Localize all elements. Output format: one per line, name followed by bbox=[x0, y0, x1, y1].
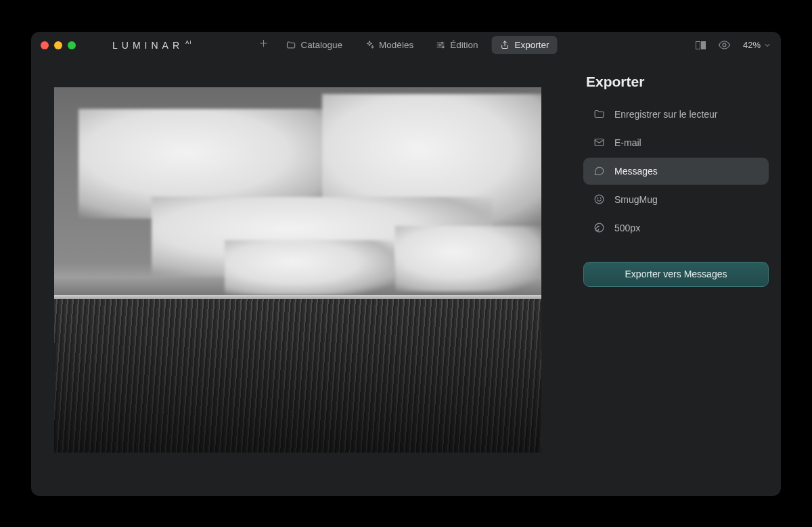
zoom-value: 42% bbox=[743, 40, 761, 50]
folder-icon bbox=[593, 108, 605, 120]
compare-view-button[interactable] bbox=[696, 41, 706, 49]
share-icon bbox=[499, 40, 510, 50]
app-title: LUMINAR AI bbox=[112, 40, 192, 51]
export-option-disk[interactable]: Enregistrer sur le lecteur bbox=[583, 101, 769, 128]
export-option-label: E-mail bbox=[614, 137, 641, 148]
main-area: Exporter Enregistrer sur le lecteur E-ma… bbox=[31, 59, 781, 496]
zoom-dropdown[interactable]: 42% bbox=[743, 40, 771, 50]
export-option-label: 500px bbox=[614, 223, 640, 233]
export-option-label: SmugMug bbox=[614, 194, 658, 205]
add-button[interactable] bbox=[255, 38, 273, 52]
messages-icon bbox=[593, 165, 605, 177]
close-window-button[interactable] bbox=[41, 41, 49, 49]
nav-models[interactable]: Modèles bbox=[356, 36, 422, 54]
nav-models-label: Modèles bbox=[379, 40, 413, 50]
export-option-label: Messages bbox=[614, 166, 658, 177]
nav-export-label: Exporter bbox=[514, 40, 549, 50]
svg-rect-4 bbox=[595, 139, 604, 146]
plus-icon bbox=[258, 38, 269, 49]
svg-point-7 bbox=[600, 198, 601, 198]
svg-point-0 bbox=[441, 42, 443, 44]
nav-edition[interactable]: Édition bbox=[427, 36, 486, 54]
export-option-500px[interactable]: 500px bbox=[583, 214, 769, 242]
nav-edition-label: Édition bbox=[450, 40, 478, 50]
folder-icon bbox=[286, 40, 296, 50]
top-nav: Catalogue Modèles Édition Exporter bbox=[255, 36, 558, 54]
minimize-window-button[interactable] bbox=[54, 41, 62, 49]
export-option-messages[interactable]: Messages bbox=[583, 158, 769, 185]
canvas-area bbox=[31, 59, 571, 496]
export-option-smugmug[interactable]: SmugMug bbox=[583, 186, 769, 213]
nav-export[interactable]: Exporter bbox=[491, 36, 557, 54]
export-option-label: Enregistrer sur le lecteur bbox=[614, 109, 718, 120]
window-controls bbox=[41, 41, 76, 49]
image-preview[interactable] bbox=[54, 87, 541, 453]
mail-icon bbox=[593, 137, 605, 149]
export-action-label: Exporter vers Messages bbox=[625, 269, 727, 279]
svg-point-5 bbox=[595, 195, 604, 204]
svg-point-1 bbox=[438, 44, 441, 46]
app-badge: AI bbox=[185, 39, 192, 45]
app-window: LUMINAR AI Catalogue Modèles Édition Exp… bbox=[31, 32, 781, 496]
titlebar: LUMINAR AI Catalogue Modèles Édition Exp… bbox=[31, 32, 781, 59]
chevron-down-icon bbox=[763, 41, 771, 49]
smugmug-icon bbox=[593, 193, 605, 206]
sliders-icon bbox=[435, 40, 445, 50]
nav-catalogue-label: Catalogue bbox=[301, 40, 343, 50]
500px-icon bbox=[593, 222, 605, 234]
export-action-button[interactable]: Exporter vers Messages bbox=[583, 262, 769, 287]
preview-eye-button[interactable] bbox=[718, 39, 731, 51]
titlebar-right: 42% bbox=[696, 39, 771, 51]
sparkle-icon bbox=[364, 40, 374, 50]
export-option-email[interactable]: E-mail bbox=[583, 129, 769, 156]
maximize-window-button[interactable] bbox=[68, 41, 76, 49]
sidebar-title: Exporter bbox=[583, 74, 769, 90]
svg-point-3 bbox=[723, 43, 726, 47]
app-name: LUMINAR bbox=[112, 40, 183, 51]
export-sidebar: Exporter Enregistrer sur le lecteur E-ma… bbox=[571, 59, 781, 496]
svg-point-6 bbox=[597, 198, 597, 198]
nav-catalogue[interactable]: Catalogue bbox=[278, 36, 351, 54]
